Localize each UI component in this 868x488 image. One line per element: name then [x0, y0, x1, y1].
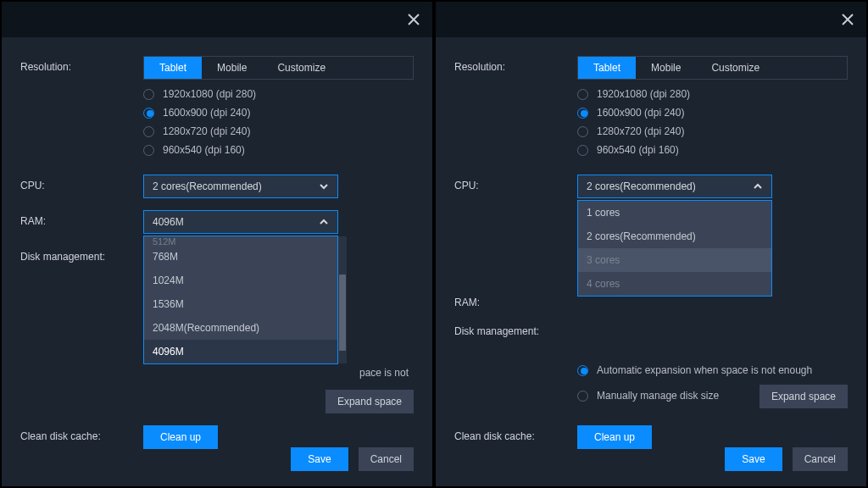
tab-tablet[interactable]: Tablet: [578, 57, 636, 79]
ram-option[interactable]: 1024M: [144, 269, 337, 292]
resolution-label: Resolution:: [20, 56, 143, 73]
resolution-option[interactable]: 1920x1080 (dpi 280): [577, 88, 848, 100]
resolution-option[interactable]: 1280x720 (dpi 240): [143, 125, 414, 137]
cpu-select[interactable]: 2 cores(Recommended): [577, 175, 772, 198]
radio-icon: [577, 108, 588, 119]
cleanup-button[interactable]: Clean up: [577, 425, 652, 449]
radio-icon: [577, 391, 588, 402]
radio-icon: [577, 145, 588, 156]
chevron-down-icon: [319, 181, 329, 191]
disk-auto-fragment: pace is not: [359, 366, 409, 380]
close-icon[interactable]: [841, 13, 854, 26]
resolution-option[interactable]: 1280x720 (dpi 240): [577, 125, 848, 137]
settings-panel-right: Resolution: Tablet Mobile Customize 1920…: [436, 2, 866, 486]
expand-space-button[interactable]: Expand space: [760, 385, 848, 408]
save-button[interactable]: Save: [725, 447, 782, 471]
ram-dropdown: 512M 768M 1024M 1536M 2048M(Recommended)…: [143, 236, 338, 364]
cpu-select-value: 2 cores(Recommended): [153, 180, 262, 192]
titlebar: [436, 2, 866, 37]
tab-tablet[interactable]: Tablet: [144, 57, 202, 79]
resolution-option[interactable]: 1600x900 (dpi 240): [577, 107, 848, 119]
cpu-dropdown: 1 cores 2 cores(Recommended) 3 cores 4 c…: [577, 200, 772, 297]
ram-option[interactable]: 1536M: [144, 292, 337, 316]
cpu-label: CPU:: [454, 175, 577, 191]
cpu-label: CPU:: [20, 175, 143, 191]
radio-icon: [143, 145, 154, 156]
cpu-option[interactable]: 4 cores: [578, 272, 771, 296]
save-button[interactable]: Save: [291, 447, 348, 471]
tab-mobile[interactable]: Mobile: [636, 57, 696, 79]
cleanup-button[interactable]: Clean up: [143, 425, 218, 449]
disk-manual-label: Manually manage disk size: [597, 389, 754, 403]
resolution-tabs: Tablet Mobile Customize: [577, 56, 848, 80]
expand-space-button[interactable]: Expand space: [326, 390, 414, 413]
tab-mobile[interactable]: Mobile: [202, 57, 262, 79]
disk-manual-option[interactable]: Manually manage disk size Expand space: [577, 385, 848, 408]
resolution-option[interactable]: 960x540 (dpi 160): [143, 144, 414, 156]
cpu-option[interactable]: 1 cores: [578, 201, 771, 225]
scroll-thumb[interactable]: [339, 274, 346, 351]
disk-auto-option[interactable]: Automatic expansion when space is not en…: [577, 363, 848, 378]
content: Resolution: Tablet Mobile Customize 1920…: [436, 37, 866, 435]
radio-icon: [577, 365, 588, 376]
cpu-option[interactable]: 3 cores: [578, 248, 771, 272]
clean-label: Clean disk cache:: [20, 425, 143, 442]
resolution-option[interactable]: 1600x900 (dpi 240): [143, 107, 414, 119]
ram-option[interactable]: 2048M(Recommended): [144, 316, 337, 340]
radio-icon: [143, 108, 154, 119]
radio-icon: [143, 89, 154, 100]
cancel-button[interactable]: Cancel: [793, 447, 848, 471]
ram-label: RAM:: [20, 210, 143, 227]
radio-icon: [143, 126, 154, 137]
cpu-select[interactable]: 2 cores(Recommended): [143, 175, 338, 198]
cancel-button[interactable]: Cancel: [359, 447, 414, 471]
ram-select[interactable]: 4096M: [143, 210, 338, 234]
ram-label: RAM:: [454, 291, 577, 308]
ram-option[interactable]: 4096M: [144, 340, 337, 363]
settings-panel-left: Resolution: Tablet Mobile Customize 1920…: [2, 2, 432, 486]
cpu-option[interactable]: 2 cores(Recommended): [578, 225, 771, 248]
resolution-label: Resolution:: [454, 56, 577, 73]
cpu-select-value: 2 cores(Recommended): [587, 180, 696, 192]
radio-icon: [577, 126, 588, 137]
ram-option[interactable]: 768M: [144, 245, 337, 269]
disk-auto-label: Automatic expansion when space is not en…: [597, 363, 843, 378]
disk-label: Disk management:: [454, 320, 577, 337]
chevron-up-icon: [753, 181, 763, 191]
tab-customize[interactable]: Customize: [262, 57, 341, 79]
ram-option-truncated[interactable]: 512M: [144, 236, 337, 245]
scrollbar[interactable]: [338, 236, 347, 363]
resolution-option[interactable]: 1920x1080 (dpi 280): [143, 88, 414, 100]
resolution-tabs: Tablet Mobile Customize: [143, 56, 414, 80]
chevron-up-icon: [319, 217, 329, 227]
disk-label: Disk management:: [20, 246, 143, 263]
close-icon[interactable]: [407, 13, 420, 26]
content: Resolution: Tablet Mobile Customize 1920…: [2, 37, 432, 435]
tab-customize[interactable]: Customize: [696, 57, 775, 79]
radio-icon: [577, 89, 588, 100]
ram-select-value: 4096M: [153, 216, 184, 228]
resolution-option[interactable]: 960x540 (dpi 160): [577, 144, 848, 156]
clean-label: Clean disk cache:: [454, 425, 577, 442]
titlebar: [2, 2, 432, 37]
